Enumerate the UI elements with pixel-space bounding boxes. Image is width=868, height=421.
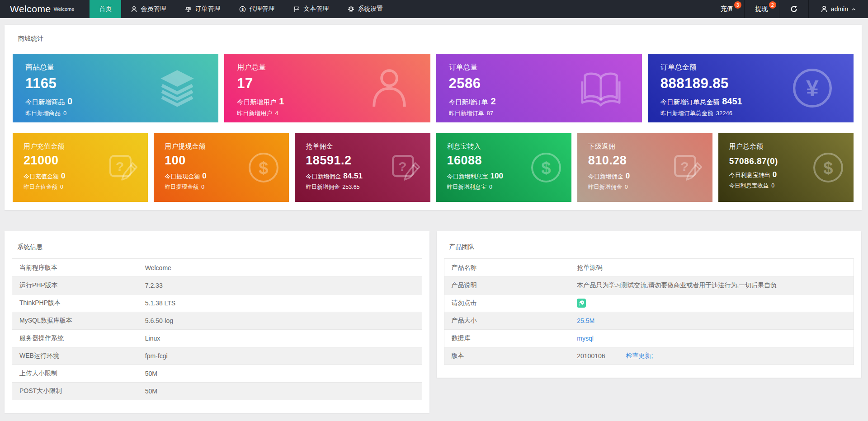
table-row: 产品名称抢单源码 xyxy=(444,259,854,276)
navbar-actions: 充值 3 提现 2 admin xyxy=(710,0,868,18)
table-row: POST大小限制50M xyxy=(12,382,422,400)
dollar-circle-icon xyxy=(239,6,246,13)
stat-card-rebate: 下级返佣 810.28 今日新增佣金0 昨日新增佣金0 xyxy=(577,133,712,202)
table-row: 上传大小限制50M xyxy=(12,365,422,382)
product-size-link[interactable]: 25.5M xyxy=(577,317,594,324)
system-info-card: 系统信息 当前程序版本Welcome 运行PHP版本7.2.33 ThinkPH… xyxy=(5,231,429,413)
gear-icon xyxy=(348,6,354,13)
stats-panel-title: 商城统计 xyxy=(13,33,854,43)
stats-row-1: 商品总量 1165 今日新增商品0 昨日新增商品0 用户总量 17 今日新增用户… xyxy=(13,54,854,122)
table-row: 产品说明本产品只为学习测试交流,请勿要做商业或者用于违法行为,一切后果自负 xyxy=(444,276,854,294)
logo-text: Welcome xyxy=(10,4,51,14)
refresh-icon xyxy=(790,5,797,13)
withdraw-button[interactable]: 提现 2 xyxy=(744,0,779,18)
stats-row-2: 用户充值金额 21000 今日充值金额0 昨日充值金额0 用户提现金额 100 … xyxy=(13,133,854,202)
table-row: 运行PHP版本7.2.33 xyxy=(12,276,422,294)
menu-item-home[interactable]: 首页 xyxy=(90,0,121,18)
product-team-title: 产品团队 xyxy=(444,243,854,251)
system-info-table: 当前程序版本Welcome 运行PHP版本7.2.33 ThinkPHP版本5.… xyxy=(12,258,422,400)
user-icon xyxy=(821,5,828,13)
stat-card-recharge: 用户充值金额 21000 今日充值金额0 昨日充值金额0 xyxy=(13,133,148,202)
layers-icon xyxy=(156,67,198,109)
table-row: 数据库mysql xyxy=(444,329,854,347)
username: admin xyxy=(831,5,848,13)
stat-card-withdraw: 用户提现金额 100 今日提现金额0 昨日提现金额0 xyxy=(154,133,289,202)
main-menu: 首页 会员管理 订单管理 代理管理 文本管理 系统设置 xyxy=(90,0,392,18)
stat-card-orders: 订单总量 2586 今日新增订单2 昨日新增订单87 xyxy=(436,54,642,122)
flag-icon xyxy=(293,6,300,13)
table-row: 当前程序版本Welcome xyxy=(12,259,422,276)
logo-superscript: Welcome xyxy=(54,6,75,12)
dashboard-page: Welcome Welcome 首页 会员管理 订单管理 代理管理 文本管理 xyxy=(0,0,868,421)
table-row: WEB运行环境fpm-fcgi xyxy=(12,347,422,365)
database-link[interactable]: mysql xyxy=(577,335,594,342)
product-team-card: 产品团队 产品名称抢单源码 产品说明本产品只为学习测试交流,请勿要做商业或者用于… xyxy=(437,231,862,378)
menu-item-text[interactable]: 文本管理 xyxy=(284,0,338,18)
rocket-icon xyxy=(578,300,585,306)
top-navbar: Welcome Welcome 首页 会员管理 订单管理 代理管理 文本管理 xyxy=(0,0,868,18)
bottom-section: 系统信息 当前程序版本Welcome 运行PHP版本7.2.33 ThinkPH… xyxy=(5,231,861,413)
stat-card-balance: 用户总余额 57086.87(0) 今日利息宝转出0 今日利息宝收益0 xyxy=(718,133,854,202)
dollar-circle-icon xyxy=(247,151,280,184)
menu-item-settings[interactable]: 系统设置 xyxy=(338,0,392,18)
dollar-circle-icon xyxy=(812,151,844,184)
chevron-up-icon xyxy=(851,7,856,12)
table-row: MySQL数据库版本5.6.50-log xyxy=(12,312,422,329)
question-doc-icon xyxy=(671,151,703,184)
person-icon xyxy=(368,67,410,109)
stat-card-order-amount: 订单总金额 888189.85 今日新增订单总金额8451 昨日新增订单总金额3… xyxy=(648,54,854,122)
table-row: 产品大小25.5M xyxy=(444,312,854,329)
table-row: 版本 20100106 检查更新; xyxy=(444,347,854,365)
withdraw-badge: 2 xyxy=(769,1,776,9)
app-logo: Welcome Welcome xyxy=(0,0,84,18)
rocket-button[interactable] xyxy=(577,299,586,308)
menu-item-members[interactable]: 会员管理 xyxy=(121,0,175,18)
user-menu[interactable]: admin xyxy=(808,0,868,18)
user-icon xyxy=(131,6,137,13)
product-team-table: 产品名称抢单源码 产品说明本产品只为学习测试交流,请勿要做商业或者用于违法行为,… xyxy=(444,258,854,365)
stat-card-interest-in: 利息宝转入 16088 今日新增利息宝100 昨日新增利息宝0 xyxy=(436,133,571,202)
book-icon xyxy=(580,67,622,109)
recharge-button[interactable]: 充值 3 xyxy=(710,0,744,18)
question-doc-icon xyxy=(389,151,421,184)
table-row: ThinkPHP版本5.1.38 LTS xyxy=(12,294,422,312)
question-doc-icon xyxy=(106,151,139,184)
system-info-title: 系统信息 xyxy=(12,243,422,251)
stats-panel: 商城统计 商品总量 1165 今日新增商品0 昨日新增商品0 用户总量 17 今… xyxy=(5,25,862,210)
table-row: 请勿点击 xyxy=(444,294,854,312)
menu-item-orders[interactable]: 订单管理 xyxy=(175,0,230,18)
refresh-button[interactable] xyxy=(779,0,808,18)
dollar-circle-icon xyxy=(530,151,562,184)
stat-card-users: 用户总量 17 今日新增用户1 昨日新增用户4 xyxy=(224,54,430,122)
version-value: 20100106 xyxy=(577,352,605,360)
yen-circle-icon xyxy=(791,67,834,109)
recharge-badge: 3 xyxy=(734,1,741,9)
table-row: 服务器操作系统Linux xyxy=(12,329,422,347)
check-update-link[interactable]: 检查更新; xyxy=(626,352,653,360)
stat-card-commission: 抢单佣金 18591.2 今日新增佣金84.51 昨日新增佣金253.65 xyxy=(295,133,430,202)
scales-icon xyxy=(185,6,192,13)
menu-item-agents[interactable]: 代理管理 xyxy=(230,0,284,18)
stat-card-products: 商品总量 1165 今日新增商品0 昨日新增商品0 xyxy=(13,54,218,122)
